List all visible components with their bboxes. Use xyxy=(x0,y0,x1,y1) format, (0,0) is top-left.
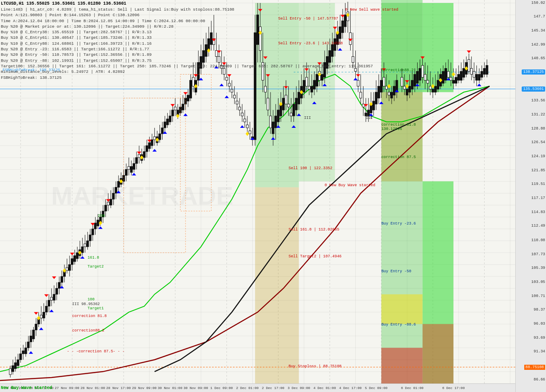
time-tick: 28 Nov 17:00 xyxy=(106,386,131,390)
price-tick: 131.22 xyxy=(531,112,545,117)
time-scale: 25 Nov 202426 Nov 17:0027 Nov 09:0028 No… xyxy=(0,383,515,392)
price-tick: 88.75108 xyxy=(524,365,545,370)
price-tick: 91.34 xyxy=(534,349,545,354)
price-tick: 93.69 xyxy=(534,336,545,340)
price-tick: 107.73 xyxy=(531,252,545,257)
price-tick: 126.54 xyxy=(531,140,545,144)
price-tick: 135.53601 xyxy=(522,86,545,92)
price-tick: 110.08 xyxy=(531,238,545,242)
time-tick: 29 Nov 09:00 xyxy=(132,386,157,390)
price-tick: 124.19 xyxy=(531,154,545,159)
time-tick: 3 Dec 09:00 xyxy=(288,386,310,390)
time-tick: 28 Nov 01:00 xyxy=(81,386,105,390)
price-tick: 145.34 xyxy=(531,29,545,33)
time-tick: 30 Nov 01:00 xyxy=(158,386,183,390)
price-tick: 117.17 xyxy=(531,196,545,200)
price-tick: 96.03 xyxy=(534,322,545,326)
price-tick: 138.37125 xyxy=(522,69,545,75)
price-tick: 140.65 xyxy=(531,56,545,61)
price-tick: 147.7 xyxy=(534,14,545,19)
time-tick: 2 Dec 17:00 xyxy=(262,386,285,390)
price-tick: 86.66 xyxy=(534,378,545,382)
price-tick: 121.85 xyxy=(531,168,545,173)
price-tick: 105.39 xyxy=(531,266,545,270)
new-buy-wave-label: New Buy Wave started xyxy=(1,386,52,390)
price-tick: 128.88 xyxy=(531,127,545,131)
price-tick: 114.83 xyxy=(531,210,545,214)
time-tick: 6 Dec 17:00 xyxy=(442,386,465,390)
main-chart-canvas xyxy=(0,0,515,383)
price-tick: 119.51 xyxy=(531,182,545,186)
price-tick: 103.05 xyxy=(531,280,545,284)
price-tick: 100.71 xyxy=(531,294,545,298)
price-tick: 112.49 xyxy=(531,224,545,228)
price-tick: 98.37 xyxy=(534,308,545,312)
price-tick: 150.02 xyxy=(531,1,545,5)
time-tick: 2 Dec 01:00 xyxy=(236,386,258,390)
time-tick: 4 Dec 17:00 xyxy=(339,386,362,390)
price-tick: 142.99 xyxy=(531,43,545,47)
time-tick: 1 Dec 09:00 xyxy=(210,386,233,390)
time-tick: 4 Dec 01:00 xyxy=(314,386,336,390)
time-tick: 27 Nov 09:00 xyxy=(55,386,79,390)
price-scale: 150.02 147.7 145.34 142.99 140.65 138.37… xyxy=(515,0,546,392)
time-tick: 30 Nov 09:00 xyxy=(183,386,208,390)
time-tick: 6 Dec 01:00 xyxy=(401,386,424,390)
price-tick: 133.56 xyxy=(531,98,545,103)
chart-container: LTCUSD,H1 135.55025 136.53601 135.01280 … xyxy=(0,0,546,392)
time-tick: 5 Dec 09:00 xyxy=(365,386,387,390)
